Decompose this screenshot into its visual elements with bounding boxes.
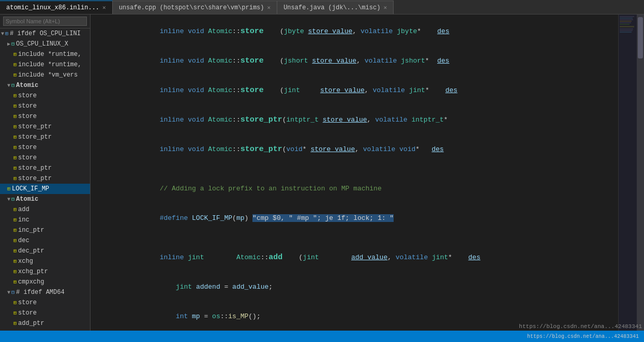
- code-line: // Adding a lock prefix to an instructio…: [91, 174, 618, 203]
- method-icon: ⊞: [13, 113, 17, 120]
- tree-item-xchg-ptr[interactable]: ⊞ xchg_ptr: [0, 266, 90, 277]
- tree-item-store6[interactable]: ⊞ store: [0, 298, 90, 308]
- tree-item-inc-ptr[interactable]: ⊞ inc_ptr: [0, 225, 90, 235]
- method-icon: ⊞: [13, 134, 17, 140]
- code-line: inline void Atomic::store_ptr(void* stor…: [91, 135, 618, 164]
- tree-label: store: [18, 309, 37, 317]
- tree-item-ifdef-os-cpu[interactable]: ▼ ⊞ # ifdef OS_CPU_LINI: [0, 28, 90, 39]
- code-line: inline void Atomic::store (jint store_va…: [91, 76, 618, 105]
- tree-item-store1[interactable]: ⊞ store: [0, 91, 90, 101]
- tree-label: store_ptr: [18, 175, 52, 182]
- tree-item-store4[interactable]: ⊞ store: [0, 142, 90, 153]
- tab-label: Unsafe.java (jdk\...\misc): [283, 4, 380, 11]
- tree-label: dec_ptr: [18, 247, 44, 255]
- class-icon: ⊟: [11, 196, 14, 202]
- tree-label: Atomic: [16, 82, 38, 89]
- symbol-tree: ▼ ⊞ # ifdef OS_CPU_LINI ▶ ⊟ OS_CPU_LINUX…: [0, 28, 90, 331]
- tree-label: add_ptr: [18, 320, 44, 327]
- code-line: inline void Atomic::store_ptr(intptr_t s…: [91, 105, 618, 135]
- tree-item-store-ptr4[interactable]: ⊞ store_ptr: [0, 173, 90, 184]
- tab-unsafe-java[interactable]: Unsafe.java (jdk\...\misc) ✕: [277, 1, 394, 14]
- tab-close-unsafe-cpp[interactable]: ✕: [267, 4, 271, 11]
- tree-item-include3[interactable]: ⊞ include *vm_vers: [0, 70, 90, 80]
- ifdef-icon: ⊟: [11, 289, 14, 295]
- tree-label: add: [18, 206, 29, 213]
- status-bar: https://blog.csdn.net/ana...42483341: [0, 331, 644, 342]
- symbol-search-input[interactable]: [3, 17, 87, 26]
- tab-label: atomic_linux_x86.inlin...: [6, 4, 99, 11]
- tree-label: store_ptr: [18, 165, 52, 172]
- code-line: [91, 164, 618, 174]
- tree-item-dec-ptr[interactable]: ⊞ dec_ptr: [0, 246, 90, 256]
- minimap-area[interactable]: [618, 14, 644, 331]
- tree-label: store: [18, 144, 37, 151]
- tree-item-cmpxchg[interactable]: ⊞ cmpxchg: [0, 277, 90, 287]
- tab-close-unsafe-java[interactable]: ✕: [383, 4, 387, 11]
- tab-unsafe-cpp[interactable]: unsafe.cpp (hotspot\src\share\vm\prims) …: [113, 1, 277, 14]
- code-text: inline void Atomic::store (jint store_va…: [111, 76, 614, 105]
- code-line-define-lock: #define LOCK_IF_MP(mp) "cmp $0, " #mp ";…: [91, 203, 618, 233]
- tree-item-store-ptr3[interactable]: ⊞ store_ptr: [0, 163, 90, 173]
- tree-label: xchg: [18, 258, 33, 265]
- method-icon: ⊞: [13, 279, 17, 285]
- code-scroll[interactable]: inline void Atomic::store (jbyte store_v…: [91, 14, 618, 331]
- tree-item-include2[interactable]: ⊞ include *runtime,: [0, 60, 90, 70]
- define-icon: ⊞: [7, 186, 10, 192]
- tree-label: LOCK_IF_MP: [12, 185, 49, 192]
- tree-item-lock-if-mp[interactable]: ⊞ LOCK_IF_MP: [0, 184, 90, 194]
- tab-atomic-linux[interactable]: atomic_linux_x86.inlin... ✕: [0, 1, 113, 14]
- main-area: ▼ ⊞ # ifdef OS_CPU_LINI ▶ ⊟ OS_CPU_LINUX…: [0, 14, 644, 331]
- tree-item-store7[interactable]: ⊞ store: [0, 308, 90, 318]
- tree-item-ifdef-amd64[interactable]: ▼ ⊟ # ifdef AMD64: [0, 287, 90, 298]
- method-icon: ⊞: [13, 227, 17, 233]
- code-text: inline void Atomic::store_ptr(intptr_t s…: [111, 105, 614, 135]
- tree-label: # ifdef OS_CPU_LINI: [10, 30, 81, 37]
- method-icon: ⊞: [13, 320, 17, 326]
- tree-item-atomic2[interactable]: ▼ ⊟ Atomic: [0, 194, 90, 204]
- tree-label: include *runtime,: [18, 51, 81, 58]
- method-icon: ⊞: [13, 103, 17, 109]
- code-text: jint addend = add_value;: [111, 272, 614, 302]
- expand-icon: ▼: [1, 31, 4, 37]
- include-icon: ⊞: [13, 72, 17, 78]
- method-icon: ⊞: [13, 165, 17, 171]
- tree-item-store3[interactable]: ⊞ store: [0, 111, 90, 122]
- watermark-overlay: https://blog.csdn.net/ana...42483341: [519, 323, 642, 330]
- watermark: https://blog.csdn.net/ana...42483341: [527, 334, 639, 339]
- tree-label: # ifdef AMD64: [16, 289, 65, 296]
- tree-item-store-ptr1[interactable]: ⊞ store_ptr: [0, 122, 90, 132]
- vscroll-thumb[interactable]: [638, 17, 643, 58]
- code-text: // Adding a lock prefix to an instructio…: [111, 174, 614, 203]
- tree-item-xchg1[interactable]: ⊞ xchg: [0, 256, 90, 266]
- include-icon: ⊞: [13, 62, 17, 68]
- tree-label: cmpxchg: [18, 278, 44, 286]
- expand-icon: ▼: [7, 290, 10, 295]
- tree-item-add-ptr1[interactable]: ⊞ add_ptr: [0, 318, 90, 329]
- tab-close-atomic[interactable]: ✕: [102, 4, 106, 11]
- code-text: inline void Atomic::store_ptr(void* stor…: [111, 135, 614, 164]
- tree-item-os-cpu-linux[interactable]: ▶ ⊟ OS_CPU_LINUX_X: [0, 39, 90, 49]
- tree-label: store: [18, 113, 37, 120]
- method-icon: ⊞: [13, 300, 17, 306]
- tree-item-include1[interactable]: ⊞ include *runtime,: [0, 49, 90, 60]
- tree-label: inc_ptr: [18, 227, 44, 234]
- method-icon: ⊞: [13, 144, 17, 151]
- tree-item-add1[interactable]: ⊞ add: [0, 204, 90, 215]
- tree-item-dec1[interactable]: ⊞ dec: [0, 235, 90, 246]
- tree-label: include *runtime,: [18, 61, 81, 68]
- expand-icon: ▼: [7, 197, 10, 202]
- tree-item-store-ptr2[interactable]: ⊞ store_ptr: [0, 132, 90, 142]
- method-icon: ⊞: [13, 217, 17, 223]
- code-text: #define LOCK_IF_MP(mp) "cmp $0, " #mp ";…: [111, 203, 614, 233]
- tree-label: xchg_ptr: [18, 268, 48, 275]
- method-icon: ⊞: [13, 269, 17, 275]
- tree-item-store2[interactable]: ⊞ store: [0, 101, 90, 111]
- tree-item-inc1[interactable]: ⊞ inc: [0, 215, 90, 225]
- class-icon: ⊟: [11, 82, 14, 88]
- tree-label: OS_CPU_LINUX_X: [16, 40, 68, 48]
- tree-label: include *vm_vers: [18, 71, 78, 79]
- tree-label: inc: [18, 216, 29, 224]
- sidebar-search-area: [0, 14, 90, 28]
- tree-item-atomic1[interactable]: ▼ ⊟ Atomic: [0, 80, 90, 91]
- tree-item-store5[interactable]: ⊞ store: [0, 153, 90, 163]
